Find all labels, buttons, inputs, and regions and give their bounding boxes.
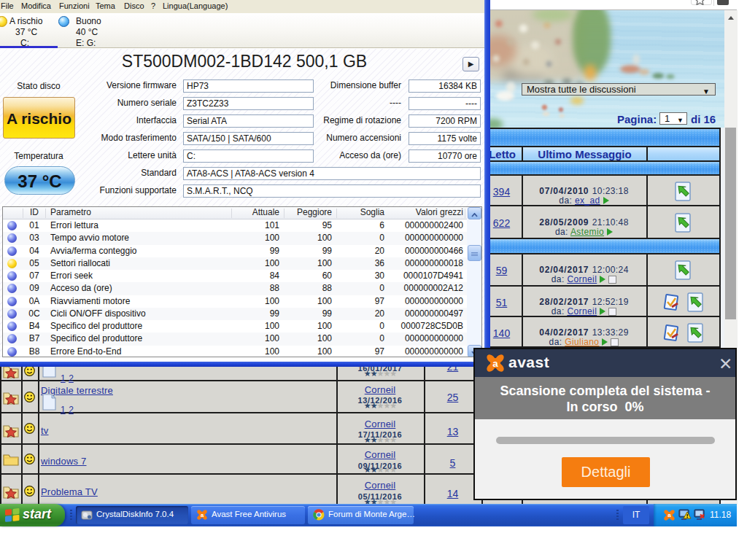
svg-text:a: a [492, 358, 498, 369]
svg-text:a: a [667, 512, 671, 518]
